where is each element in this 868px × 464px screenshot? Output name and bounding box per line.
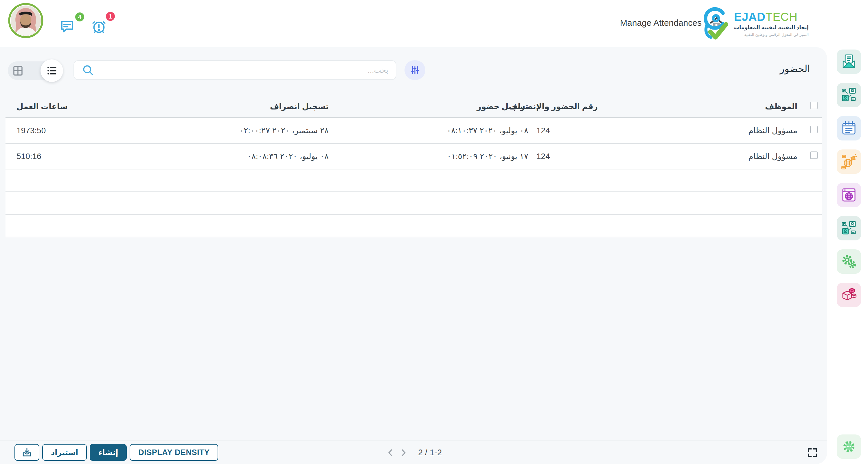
header-attendance-no[interactable]: رقم الحضور والإنصراف — [532, 95, 602, 118]
list-view-icon — [46, 65, 58, 77]
filter-button[interactable] — [404, 60, 425, 80]
table-row[interactable]: مسؤول النظام 124 ١٧ يونيو، ٢٠٢٠ ٠١:٥٢:٠٩… — [5, 143, 822, 169]
rail-item-settings[interactable] — [837, 250, 861, 274]
rail-item-website[interactable] — [837, 183, 861, 207]
row-checkbox[interactable] — [810, 151, 818, 159]
brand-logo[interactable]: EJADTECH إيجاد التقنية لتقنية المعلومات … — [700, 3, 809, 44]
list-view-button[interactable] — [40, 59, 63, 82]
brand-subtitle: التميز في التحول الرقمي وتوطين التقنية — [734, 32, 809, 37]
header-employee[interactable]: الموظف — [602, 95, 802, 118]
marketing-globe-icon — [841, 153, 857, 170]
avatar[interactable] — [8, 3, 43, 38]
rail-item-preferences[interactable] — [837, 434, 861, 459]
footer-bar: استيراد إنشاء DISPLAY DENSITY 2 / 1-2 — [0, 440, 827, 464]
import-button[interactable]: استيراد — [42, 444, 87, 461]
filter-sliders-icon — [410, 65, 420, 75]
employee-network-icon — [841, 87, 857, 103]
activities-badge: 1 — [105, 11, 116, 22]
rail-item-messaging[interactable] — [837, 50, 861, 74]
grid-view-button[interactable] — [11, 64, 25, 78]
footer-actions: استيراد إنشاء DISPLAY DENSITY — [14, 444, 218, 461]
rail-item-marketing[interactable] — [837, 149, 861, 174]
download-icon — [22, 447, 32, 458]
logo-mark-icon — [700, 5, 730, 42]
manage-attendances-menu[interactable]: Manage Attendances — [620, 18, 702, 28]
cell-employee: مسؤول النظام — [602, 118, 802, 143]
content-card: الحضور الموظف رقم الحضور والإنصراف تسجيل… — [0, 47, 827, 464]
cell-attendance-no: 124 — [532, 143, 602, 169]
header-check-in[interactable]: تسجيل حضور — [333, 95, 532, 118]
cell-check-in: ١٧ يونيو، ٢٠٢٠ ٠١:٥٢:٠٩ — [333, 143, 532, 169]
table-row[interactable]: مسؤول النظام 124 ٠٨ يوليو، ٢٠٢٠ ٠٨:١٠:٣٧… — [5, 118, 822, 143]
attendance-table: الموظف رقم الحضور والإنصراف تسجيل حضور ت… — [5, 95, 822, 237]
brand-tagline: إيجاد التقنية لتقنية المعلومات — [734, 24, 809, 31]
cell-check-out: ٠٨ يوليو، ٢٠٢٠ ٠٨:٠٨:٣٦ — [133, 143, 333, 169]
rail-item-attendance[interactable] — [837, 216, 861, 240]
brand-name: EJADTECH — [734, 11, 809, 23]
gears-icon — [841, 254, 857, 270]
empty-row — [5, 192, 822, 214]
pagination-range: 2 / 1-2 — [418, 448, 442, 457]
gear-dots-icon — [841, 438, 857, 455]
messages-button[interactable]: 4 — [60, 12, 83, 35]
next-page-button[interactable] — [398, 447, 409, 458]
rail-item-employees[interactable] — [837, 83, 861, 107]
prev-page-button[interactable] — [385, 447, 396, 458]
cell-check-out: ٢٨ سبتمبر، ٢٠٢٠ ٠٢:٠٠:٢٧ — [133, 118, 333, 143]
apps-rail — [827, 0, 868, 464]
cell-check-in: ٠٨ يوليو، ٢٠٢٠ ٠٨:١٠:٣٧ — [333, 118, 532, 143]
search-icon — [82, 64, 94, 77]
pagination: 2 / 1-2 — [385, 441, 442, 464]
row-select-cell — [802, 143, 822, 169]
select-all-checkbox[interactable] — [810, 102, 818, 109]
user-photo — [8, 3, 43, 38]
rail-item-modules[interactable] — [837, 283, 861, 307]
cell-work-hours: 1973:50 — [5, 118, 133, 143]
logo-text: EJADTECH إيجاد التقنية لتقنية المعلومات … — [734, 11, 809, 37]
fullscreen-button[interactable] — [807, 447, 818, 459]
empty-row — [5, 169, 822, 192]
topbar: 4 1 Manage Attendances EJADTECH إيجاد ال… — [0, 0, 868, 47]
export-button[interactable] — [14, 444, 39, 461]
select-all-cell — [802, 95, 822, 118]
mail-icon — [841, 54, 857, 70]
chevron-left-icon — [386, 448, 396, 458]
fullscreen-icon — [807, 447, 818, 459]
rail-item-calendar[interactable] — [837, 116, 861, 141]
header-work-hours[interactable]: ساعات العمل — [5, 95, 133, 118]
search-input[interactable] — [100, 66, 388, 75]
cell-employee: مسؤول النظام — [602, 143, 802, 169]
create-button[interactable]: إنشاء — [90, 444, 127, 461]
chat-icon — [60, 19, 75, 34]
display-density-button[interactable]: DISPLAY DENSITY — [130, 444, 218, 461]
chevron-right-icon — [398, 448, 408, 458]
row-select-cell — [802, 118, 822, 143]
activities-button[interactable]: 1 — [91, 11, 114, 35]
search-box — [73, 60, 396, 80]
header-check-out[interactable]: تسجيل انصراف — [133, 95, 333, 118]
employee-network-icon — [841, 220, 857, 236]
grid-view-icon — [12, 65, 24, 77]
table-header-row: الموظف رقم الحضور والإنصراف تسجيل حضور ت… — [5, 95, 822, 118]
cell-attendance-no: 124 — [532, 118, 602, 143]
view-toggle — [8, 61, 62, 80]
cubes-icon — [841, 287, 857, 303]
row-checkbox[interactable] — [810, 126, 818, 133]
page-title: الحضور — [780, 63, 810, 75]
cell-work-hours: 510:16 — [5, 143, 133, 169]
alarm-icon — [91, 19, 106, 34]
web-globe-icon — [841, 187, 857, 203]
messages-badge: 4 — [74, 11, 85, 22]
empty-row — [5, 214, 822, 237]
calendar-icon — [841, 120, 857, 137]
